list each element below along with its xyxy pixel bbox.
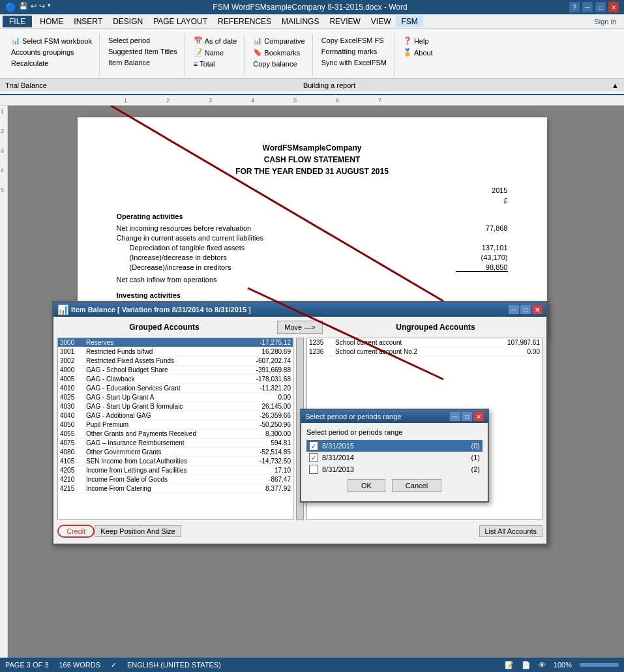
dialog-close-btn[interactable]: ✕ [532, 305, 542, 314]
period-row-0[interactable]: 8/31/2015 (0) [306, 440, 483, 452]
as-of-date-btn[interactable]: 📅 As of date [190, 35, 241, 46]
layout-icon[interactable]: 📄 [522, 661, 531, 669]
copy-excelfsm-fs-btn[interactable]: Copy ExcelFSM FS [318, 35, 390, 46]
account-row-4055[interactable]: 4055 Other Grants and Payments Received … [58, 430, 293, 439]
notes-icon[interactable]: 📝 [505, 661, 514, 669]
help-ribbon-btn[interactable]: ❓ Help [400, 35, 436, 46]
select-period-btn[interactable]: Select period [105, 35, 181, 46]
comparative-btn[interactable]: 📊 Comparative [250, 35, 308, 46]
account-row-4010[interactable]: 4010 GAG - Education Services Grant -11,… [58, 384, 293, 393]
acc-num-4105: 4105 [60, 458, 83, 465]
period-checkbox-1[interactable] [309, 453, 318, 462]
formatting-marks-btn[interactable]: Formatting marks [318, 46, 390, 57]
account-row-4050[interactable]: 4050 Pupil Premium -50,250.96 [58, 420, 293, 430]
period-dialog-label: Select period or periods range [306, 428, 483, 436]
item-balance-btn[interactable]: Item Balance [105, 57, 181, 68]
menu-file[interactable]: FILE [3, 16, 32, 27]
keep-position-button[interactable]: Keep Position And Size [95, 525, 181, 537]
sub-dialog-minimize[interactable]: ─ [450, 412, 460, 421]
minimize-button[interactable]: ─ [582, 2, 593, 12]
list-all-accounts-button[interactable]: List All Accounts [479, 525, 543, 537]
recalculate-btn[interactable]: Recalculate [8, 58, 95, 68]
account-row-1236[interactable]: 1236 School current account No.2 0.00 [307, 347, 542, 357]
sub-dialog-maximize[interactable]: □ [462, 412, 472, 421]
account-row-4215[interactable]: 4215 Income From Catering 8,377.92 [58, 484, 293, 493]
account-row-4005[interactable]: 4005 GAG - Clawback -178,031.68 [58, 375, 293, 384]
period-checkbox-2[interactable] [309, 465, 318, 474]
move-btn[interactable]: Move ---> [277, 321, 322, 334]
account-row-3000[interactable]: 3000 Reserves -17,275.12 [58, 338, 293, 347]
menu-insert[interactable]: INSERT [68, 16, 108, 27]
doc-row-4: (Decrease)/increase in creditors 98,850 [117, 263, 508, 274]
company-name: WordFSMsampleCompany [117, 143, 508, 153]
menu-page-layout[interactable]: PAGE LAYOUT [148, 16, 213, 27]
doc-value-5 [456, 276, 508, 284]
collapse-icon[interactable]: ▲ [612, 81, 619, 89]
doc-row-5: Net cash inflow from operations [117, 276, 508, 284]
acc-name-3000: Reserves [86, 339, 243, 346]
acc-name-3001: Restricted Funds b/fwd [86, 348, 243, 355]
period-row-2[interactable]: 8/31/2013 (2) [306, 463, 483, 475]
sub-dialog-close[interactable]: ✕ [473, 412, 484, 421]
proofing-icon[interactable]: ✓ [111, 661, 117, 669]
redo-icon[interactable]: ↪ [39, 2, 45, 12]
period-checkbox-0[interactable] [309, 441, 318, 450]
ribbon-buttons-3: 📅 As of date 📝 Name ≡ Total [190, 35, 241, 74]
acc-num-3000: 3000 [60, 339, 83, 346]
grouped-pane[interactable]: 3000 Reserves -17,275.12 3001 Restricted… [57, 338, 293, 520]
account-row-4105[interactable]: 4105 SEN Income from Local Authorities -… [58, 457, 293, 466]
undo-icon[interactable]: ↩ [31, 2, 37, 12]
select-fsm-workbook-btn[interactable]: 📊 Select FSM workbook [8, 35, 95, 46]
dialog-minimize-btn[interactable]: ─ [509, 305, 519, 314]
name-btn[interactable]: 📝 Name [190, 47, 241, 58]
view-icon[interactable]: 👁 [539, 661, 546, 669]
accounts-groupings-btn[interactable]: Accounts groupings [8, 47, 95, 57]
maximize-button[interactable]: □ [595, 2, 606, 12]
about-icon: 🏅 [403, 48, 412, 57]
zoom-slider[interactable] [580, 663, 619, 667]
acc-val-4080: -52,514.85 [245, 448, 291, 456]
menu-references[interactable]: REFERENCES [213, 16, 276, 27]
about-btn[interactable]: 🏅 About [400, 47, 436, 58]
menu-review[interactable]: REVIEW [324, 16, 365, 27]
suggested-item-titles-btn[interactable]: Suggested Item Titles [105, 46, 181, 57]
menu-view[interactable]: VIEW [366, 16, 396, 27]
menu-mailings[interactable]: MAILINGS [276, 16, 324, 27]
close-button[interactable]: ✕ [608, 2, 619, 12]
help-button[interactable]: ? [569, 2, 580, 12]
ribbon-buttons-6: ❓ Help 🏅 About [400, 35, 436, 74]
account-row-4075[interactable]: 4075 GAG – Insurance Reimbursement 594.8… [58, 439, 293, 448]
account-row-3001[interactable]: 3001 Restricted Funds b/fwd 16,280.69 [58, 347, 293, 357]
menu-fsm[interactable]: FSM [396, 16, 423, 27]
dialog-maximize-btn[interactable]: □ [520, 305, 531, 314]
acc-name-4010: GAG - Education Services Grant [86, 385, 243, 392]
account-row-3002[interactable]: 3002 Restricted Fixed Assets Funds -607,… [58, 357, 293, 366]
account-row-4210[interactable]: 4210 Income From Sale of Goods -867.47 [58, 475, 293, 484]
doc-label-5: Net cash inflow from operations [117, 276, 456, 284]
sign-in[interactable]: Sign in [589, 16, 621, 27]
doc-label-4: (Decrease)/increase in creditors [117, 263, 456, 274]
ok-button[interactable]: OK [348, 479, 385, 492]
menu-home[interactable]: HOME [35, 16, 68, 27]
credit-button[interactable]: Credit [57, 525, 95, 538]
ribbon-group-4: 📊 Comparative 🔖 Bookmarks Copy balance [246, 34, 312, 76]
title-bar-title: FSM WordFSMsampleCompany 8-31-2015.docx … [51, 3, 569, 12]
period-row-1[interactable]: 8/31/2014 (1) [306, 452, 483, 463]
quick-save-icon[interactable]: 💾 [19, 2, 28, 12]
acc-val-3000: -17,275.12 [245, 339, 291, 346]
grouped-label: Grouped Accounts [129, 323, 200, 332]
account-row-4025[interactable]: 4025 GAG - Start Up Grant A 0.00 [58, 393, 293, 402]
sync-with-excelfsm-btn[interactable]: Sync with ExcelFSM [318, 57, 390, 68]
menu-design[interactable]: DESIGN [108, 16, 148, 27]
account-row-4040[interactable]: 4040 GAG - Additional GAG -26,359.66 [58, 411, 293, 420]
account-row-1235[interactable]: 1235 School current account 107,987.61 [307, 338, 542, 347]
account-row-4000[interactable]: 4000 GAG - School Budget Share -391,669.… [58, 366, 293, 375]
cancel-button[interactable]: Cancel [392, 479, 441, 492]
copy-balance-btn[interactable]: Copy balance [250, 59, 308, 69]
account-row-4030[interactable]: 4030 GAG - Start Up Grant B formulaic 26… [58, 402, 293, 411]
bookmarks-btn[interactable]: 🔖 Bookmarks [250, 47, 308, 58]
account-row-4205[interactable]: 4205 Income from Lettings and Facilities… [58, 466, 293, 475]
account-row-4080[interactable]: 4080 Other Government Grants -52,514.85 [58, 448, 293, 457]
acc-num-4050: 4050 [60, 421, 83, 428]
total-btn[interactable]: ≡ Total [190, 59, 241, 69]
